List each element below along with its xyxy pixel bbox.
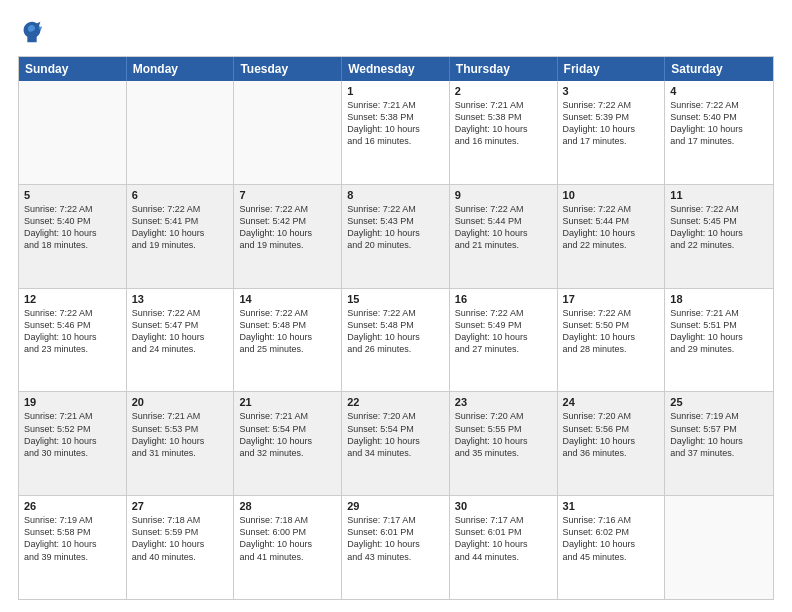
calendar: SundayMondayTuesdayWednesdayThursdayFrid… [18, 56, 774, 600]
logo-icon [18, 18, 46, 46]
day-cell-22: 22Sunrise: 7:20 AMSunset: 5:54 PMDayligh… [342, 392, 450, 495]
day-number: 22 [347, 396, 444, 408]
empty-cell-r0c1 [127, 81, 235, 184]
day-cell-23: 23Sunrise: 7:20 AMSunset: 5:55 PMDayligh… [450, 392, 558, 495]
day-number: 3 [563, 85, 660, 97]
day-number: 2 [455, 85, 552, 97]
day-number: 1 [347, 85, 444, 97]
day-cell-3: 3Sunrise: 7:22 AMSunset: 5:39 PMDaylight… [558, 81, 666, 184]
day-number: 21 [239, 396, 336, 408]
weekday-header-thursday: Thursday [450, 57, 558, 81]
day-number: 14 [239, 293, 336, 305]
weekday-header-monday: Monday [127, 57, 235, 81]
day-info: Sunrise: 7:19 AMSunset: 5:57 PMDaylight:… [670, 410, 768, 459]
day-number: 9 [455, 189, 552, 201]
calendar-body: 1Sunrise: 7:21 AMSunset: 5:38 PMDaylight… [19, 81, 773, 599]
day-cell-9: 9Sunrise: 7:22 AMSunset: 5:44 PMDaylight… [450, 185, 558, 288]
day-cell-21: 21Sunrise: 7:21 AMSunset: 5:54 PMDayligh… [234, 392, 342, 495]
weekday-header-tuesday: Tuesday [234, 57, 342, 81]
day-number: 15 [347, 293, 444, 305]
logo [18, 18, 50, 46]
calendar-row-1: 5Sunrise: 7:22 AMSunset: 5:40 PMDaylight… [19, 184, 773, 288]
day-info: Sunrise: 7:20 AMSunset: 5:56 PMDaylight:… [563, 410, 660, 459]
weekday-header-friday: Friday [558, 57, 666, 81]
calendar-row-3: 19Sunrise: 7:21 AMSunset: 5:52 PMDayligh… [19, 391, 773, 495]
day-number: 4 [670, 85, 768, 97]
empty-cell-r4c6 [665, 496, 773, 599]
calendar-row-2: 12Sunrise: 7:22 AMSunset: 5:46 PMDayligh… [19, 288, 773, 392]
day-cell-14: 14Sunrise: 7:22 AMSunset: 5:48 PMDayligh… [234, 289, 342, 392]
day-info: Sunrise: 7:22 AMSunset: 5:42 PMDaylight:… [239, 203, 336, 252]
weekday-header-wednesday: Wednesday [342, 57, 450, 81]
calendar-row-4: 26Sunrise: 7:19 AMSunset: 5:58 PMDayligh… [19, 495, 773, 599]
day-info: Sunrise: 7:21 AMSunset: 5:38 PMDaylight:… [347, 99, 444, 148]
day-info: Sunrise: 7:22 AMSunset: 5:39 PMDaylight:… [563, 99, 660, 148]
day-number: 11 [670, 189, 768, 201]
weekday-header-saturday: Saturday [665, 57, 773, 81]
day-info: Sunrise: 7:22 AMSunset: 5:40 PMDaylight:… [24, 203, 121, 252]
day-cell-17: 17Sunrise: 7:22 AMSunset: 5:50 PMDayligh… [558, 289, 666, 392]
day-cell-20: 20Sunrise: 7:21 AMSunset: 5:53 PMDayligh… [127, 392, 235, 495]
day-info: Sunrise: 7:22 AMSunset: 5:47 PMDaylight:… [132, 307, 229, 356]
day-cell-30: 30Sunrise: 7:17 AMSunset: 6:01 PMDayligh… [450, 496, 558, 599]
day-cell-25: 25Sunrise: 7:19 AMSunset: 5:57 PMDayligh… [665, 392, 773, 495]
day-cell-13: 13Sunrise: 7:22 AMSunset: 5:47 PMDayligh… [127, 289, 235, 392]
day-cell-29: 29Sunrise: 7:17 AMSunset: 6:01 PMDayligh… [342, 496, 450, 599]
empty-cell-r0c0 [19, 81, 127, 184]
day-info: Sunrise: 7:17 AMSunset: 6:01 PMDaylight:… [347, 514, 444, 563]
day-info: Sunrise: 7:22 AMSunset: 5:46 PMDaylight:… [24, 307, 121, 356]
day-number: 29 [347, 500, 444, 512]
day-number: 28 [239, 500, 336, 512]
day-cell-4: 4Sunrise: 7:22 AMSunset: 5:40 PMDaylight… [665, 81, 773, 184]
day-number: 12 [24, 293, 121, 305]
day-info: Sunrise: 7:21 AMSunset: 5:38 PMDaylight:… [455, 99, 552, 148]
day-number: 10 [563, 189, 660, 201]
day-info: Sunrise: 7:21 AMSunset: 5:51 PMDaylight:… [670, 307, 768, 356]
day-info: Sunrise: 7:21 AMSunset: 5:53 PMDaylight:… [132, 410, 229, 459]
day-info: Sunrise: 7:22 AMSunset: 5:43 PMDaylight:… [347, 203, 444, 252]
day-cell-11: 11Sunrise: 7:22 AMSunset: 5:45 PMDayligh… [665, 185, 773, 288]
day-cell-2: 2Sunrise: 7:21 AMSunset: 5:38 PMDaylight… [450, 81, 558, 184]
day-cell-7: 7Sunrise: 7:22 AMSunset: 5:42 PMDaylight… [234, 185, 342, 288]
day-cell-8: 8Sunrise: 7:22 AMSunset: 5:43 PMDaylight… [342, 185, 450, 288]
day-cell-19: 19Sunrise: 7:21 AMSunset: 5:52 PMDayligh… [19, 392, 127, 495]
day-number: 26 [24, 500, 121, 512]
day-number: 19 [24, 396, 121, 408]
calendar-header: SundayMondayTuesdayWednesdayThursdayFrid… [19, 57, 773, 81]
day-number: 8 [347, 189, 444, 201]
day-cell-16: 16Sunrise: 7:22 AMSunset: 5:49 PMDayligh… [450, 289, 558, 392]
day-info: Sunrise: 7:22 AMSunset: 5:44 PMDaylight:… [563, 203, 660, 252]
day-cell-5: 5Sunrise: 7:22 AMSunset: 5:40 PMDaylight… [19, 185, 127, 288]
day-number: 16 [455, 293, 552, 305]
day-info: Sunrise: 7:22 AMSunset: 5:40 PMDaylight:… [670, 99, 768, 148]
day-number: 5 [24, 189, 121, 201]
day-info: Sunrise: 7:22 AMSunset: 5:49 PMDaylight:… [455, 307, 552, 356]
day-number: 31 [563, 500, 660, 512]
day-info: Sunrise: 7:18 AMSunset: 6:00 PMDaylight:… [239, 514, 336, 563]
day-number: 23 [455, 396, 552, 408]
page: SundayMondayTuesdayWednesdayThursdayFrid… [0, 0, 792, 612]
day-info: Sunrise: 7:22 AMSunset: 5:45 PMDaylight:… [670, 203, 768, 252]
day-number: 20 [132, 396, 229, 408]
day-info: Sunrise: 7:22 AMSunset: 5:41 PMDaylight:… [132, 203, 229, 252]
day-cell-6: 6Sunrise: 7:22 AMSunset: 5:41 PMDaylight… [127, 185, 235, 288]
weekday-header-sunday: Sunday [19, 57, 127, 81]
day-cell-10: 10Sunrise: 7:22 AMSunset: 5:44 PMDayligh… [558, 185, 666, 288]
day-cell-26: 26Sunrise: 7:19 AMSunset: 5:58 PMDayligh… [19, 496, 127, 599]
day-info: Sunrise: 7:20 AMSunset: 5:54 PMDaylight:… [347, 410, 444, 459]
day-number: 25 [670, 396, 768, 408]
day-info: Sunrise: 7:20 AMSunset: 5:55 PMDaylight:… [455, 410, 552, 459]
day-cell-15: 15Sunrise: 7:22 AMSunset: 5:48 PMDayligh… [342, 289, 450, 392]
day-cell-28: 28Sunrise: 7:18 AMSunset: 6:00 PMDayligh… [234, 496, 342, 599]
day-number: 24 [563, 396, 660, 408]
day-info: Sunrise: 7:22 AMSunset: 5:50 PMDaylight:… [563, 307, 660, 356]
day-info: Sunrise: 7:22 AMSunset: 5:48 PMDaylight:… [347, 307, 444, 356]
day-info: Sunrise: 7:16 AMSunset: 6:02 PMDaylight:… [563, 514, 660, 563]
day-info: Sunrise: 7:21 AMSunset: 5:54 PMDaylight:… [239, 410, 336, 459]
day-info: Sunrise: 7:18 AMSunset: 5:59 PMDaylight:… [132, 514, 229, 563]
day-number: 18 [670, 293, 768, 305]
day-info: Sunrise: 7:22 AMSunset: 5:48 PMDaylight:… [239, 307, 336, 356]
day-number: 17 [563, 293, 660, 305]
calendar-row-0: 1Sunrise: 7:21 AMSunset: 5:38 PMDaylight… [19, 81, 773, 184]
header [18, 18, 774, 46]
